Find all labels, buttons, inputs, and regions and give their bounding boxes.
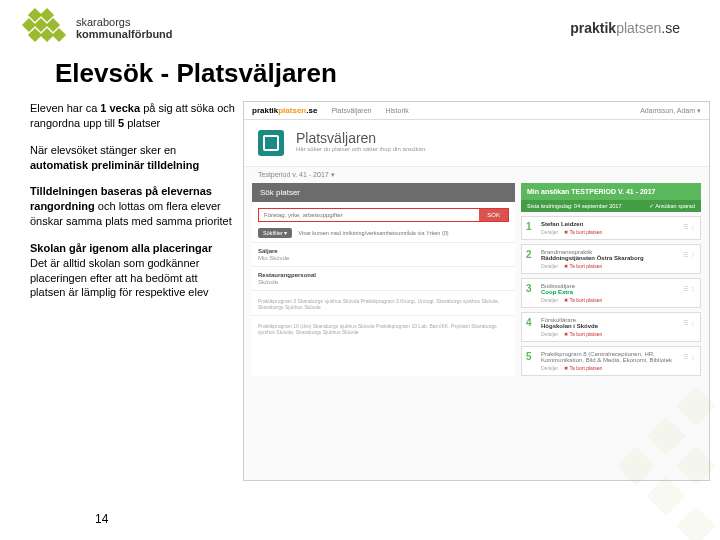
drag-icon: ☰ ⋮ [683,319,696,326]
ss-hero-sub: Här söker du platser och sätter ihop din… [296,146,427,152]
background-hex-decoration [580,340,720,540]
hex-logo-icon [20,8,70,48]
drag-icon: ☰ ⋮ [683,251,696,258]
ss-filter-button[interactable]: Sökfilter ▾ [258,228,292,238]
ss-nav-historik[interactable]: Historik [385,107,408,114]
logo-left: skaraborgs kommunalförbund [20,8,173,48]
ss-brand: praktikplatsen.se [252,106,317,115]
bullet-column: Eleven har ca 1 vecka på sig att söka oc… [30,101,235,481]
logo-line2: kommunalförbund [76,28,173,40]
ss-app-item: 2BrandmansspraktikRäddningstjänsten Östr… [521,244,701,274]
ss-app-heading: Min ansökan TESTPERIOD V. 41 - 2017 [521,183,701,200]
ss-result-item: Praktikprogram 3 Skaraborgs sjukhus Sköv… [252,290,515,315]
ss-result-item: Praktikprogram 10 (dvs) Skaraborgs sjukh… [252,315,515,340]
ss-filter-text: Visar kursen med inriktning/verksamhetso… [298,230,448,236]
drag-icon: ☰ ⋮ [683,285,696,292]
ss-result-item: SäljareMio Skövde [252,242,515,266]
ss-app-item: 1Stefan LeidzenDetaljer✖ Ta bort platsen… [521,216,701,240]
drag-icon: ☰ ⋮ [683,223,696,230]
platsvaljaren-icon [258,130,284,156]
ss-app-item: 3ButikssäljareCoop ExtraDetaljer✖ Ta bor… [521,278,701,308]
ss-user-menu[interactable]: Adamsson, Adam ▾ [640,107,701,115]
ss-nav-platsvaljaren[interactable]: Platsväljaren [331,107,371,114]
ss-result-item: RestaurangpersonalSkövde [252,266,515,290]
ss-period-select[interactable]: Testperiod v. 41 - 2017 ▾ [244,167,709,183]
ss-search-input[interactable] [259,209,479,221]
ss-app-item: 4FörskollärareHögskolan i SkövdeDetaljer… [521,312,701,342]
page-number: 14 [95,512,108,526]
ss-search-button[interactable]: SÖK [479,209,508,221]
logo-line1: skaraborgs [76,16,173,28]
page-title: Elevsök - Platsväljaren [0,52,720,101]
logo-right: praktikplatsen.se [570,20,680,36]
ss-search-heading: Sök platser [252,183,515,202]
ss-hero-title: Platsväljaren [296,130,427,146]
